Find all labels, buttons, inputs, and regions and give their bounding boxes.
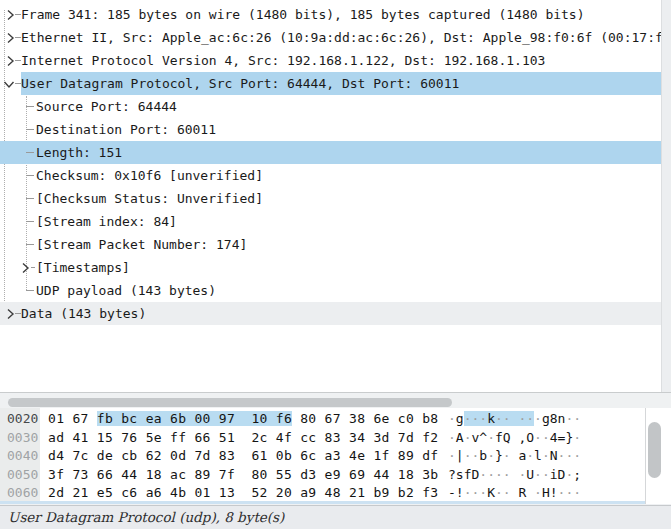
hex-byte[interactable]: 1f <box>373 448 389 463</box>
hex-byte[interactable]: 2d <box>48 485 64 500</box>
expand-chevron-icon[interactable] <box>6 32 15 44</box>
hex-row[interactable]: 0040d4 7c de cb 62 0d 7d 83 61 0b 6c a3 … <box>0 447 645 466</box>
hex-byte[interactable]: ad <box>48 430 64 445</box>
hex-byte[interactable]: 4b <box>170 485 186 500</box>
hex-byte[interactable]: 21 <box>72 485 88 500</box>
ascii-column[interactable]: ·A·v^·fQ ,O··4=}· <box>448 429 581 448</box>
hex-byte[interactable]: 00 <box>194 411 210 426</box>
hex-byte[interactable]: 4e <box>349 448 365 463</box>
hex-byte[interactable]: 3f <box>48 467 64 482</box>
hex-byte[interactable]: e9 <box>325 467 341 482</box>
hex-row[interactable]: 002001 67 fb bc ea 6b 00 97 10 f6 80 67 … <box>0 410 645 429</box>
hex-byte[interactable]: 7f <box>219 467 235 482</box>
hex-byte[interactable]: 18 <box>398 467 414 482</box>
hex-byte[interactable]: 52 <box>251 485 267 500</box>
hex-bytes[interactable]: 01 67 fb bc ea 6b 00 97 10 f6 80 67 38 6… <box>48 410 438 429</box>
tree-row[interactable]: User Datagram Protocol, Src Port: 64444,… <box>0 72 661 95</box>
hex-byte[interactable]: 48 <box>325 485 341 500</box>
hex-byte[interactable]: 21 <box>349 485 365 500</box>
ascii-column[interactable]: ·g···k·· ···g8n·· <box>448 410 581 429</box>
hex-byte[interactable]: 44 <box>121 467 137 482</box>
tree-row[interactable]: Source Port: 64444 <box>0 95 661 118</box>
tree-row[interactable]: [Timestamps] <box>0 256 661 279</box>
hex-byte[interactable]: 6b <box>170 411 186 426</box>
tree-row[interactable]: [Stream index: 84] <box>0 210 661 233</box>
hex-byte[interactable]: 83 <box>325 430 341 445</box>
hex-byte[interactable]: 3b <box>422 467 438 482</box>
hex-byte[interactable]: 69 <box>349 467 365 482</box>
hex-byte[interactable]: 97 <box>219 411 235 426</box>
hex-byte[interactable]: 20 <box>276 485 292 500</box>
hex-byte[interactable]: 76 <box>121 430 137 445</box>
hex-byte[interactable]: 55 <box>276 467 292 482</box>
packet-bytes-pane[interactable]: 002001 67 fb bc ea 6b 00 97 10 f6 80 67 … <box>0 408 671 504</box>
expand-chevron-icon[interactable] <box>6 9 15 21</box>
hex-byte[interactable]: 7d <box>398 430 414 445</box>
hex-byte[interactable]: 80 <box>251 467 267 482</box>
hex-byte[interactable]: cb <box>121 448 137 463</box>
hex-byte[interactable]: 89 <box>398 448 414 463</box>
hex-byte[interactable]: 61 <box>251 448 267 463</box>
hex-byte[interactable]: 13 <box>219 485 235 500</box>
hex-byte[interactable]: 44 <box>373 467 389 482</box>
hex-byte[interactable]: 66 <box>97 467 113 482</box>
hex-byte[interactable]: bc <box>121 411 137 426</box>
horizontal-scrollbar-thumb[interactable] <box>8 398 452 407</box>
hex-byte[interactable]: c0 <box>398 411 414 426</box>
hex-byte[interactable]: d4 <box>48 448 64 463</box>
hex-byte[interactable]: 7c <box>72 448 88 463</box>
ascii-column[interactable]: ·|··b·}· a·l·N··· <box>448 447 581 466</box>
hex-byte[interactable]: e5 <box>97 485 113 500</box>
hex-byte[interactable]: 2c <box>251 430 267 445</box>
hex-byte[interactable]: 67 <box>72 411 88 426</box>
hex-byte[interactable]: 6c <box>300 448 316 463</box>
hex-byte[interactable]: 7d <box>194 448 210 463</box>
hex-byte[interactable]: f2 <box>422 430 438 445</box>
hex-byte[interactable]: 18 <box>146 467 162 482</box>
expand-chevron-icon[interactable] <box>6 308 15 320</box>
hex-byte[interactable]: ac <box>170 467 186 482</box>
tree-row[interactable]: Internet Protocol Version 4, Src: 192.16… <box>0 49 661 72</box>
hex-byte[interactable]: 83 <box>219 448 235 463</box>
hex-byte[interactable]: b9 <box>373 485 389 500</box>
hex-byte[interactable]: 0d <box>170 448 186 463</box>
hex-byte[interactable]: cc <box>300 430 316 445</box>
expand-chevron-icon[interactable] <box>21 262 30 274</box>
hex-byte[interactable]: 6e <box>373 411 389 426</box>
hex-byte[interactable]: 62 <box>146 448 162 463</box>
tree-row[interactable]: Data (143 bytes) <box>0 302 661 325</box>
hex-byte[interactable]: 3d <box>373 430 389 445</box>
hex-byte[interactable]: 15 <box>97 430 113 445</box>
hex-byte[interactable]: 5e <box>146 430 162 445</box>
hex-bytes[interactable]: 3f 73 66 44 18 ac 89 7f 80 55 d3 e9 69 4… <box>48 466 438 485</box>
hex-byte[interactable]: 01 <box>48 411 64 426</box>
hex-byte[interactable]: de <box>97 448 113 463</box>
packet-details-pane[interactable]: Frame 341: 185 bytes on wire (1480 bits)… <box>0 0 671 393</box>
tree-row[interactable]: Destination Port: 60011 <box>0 118 661 141</box>
hex-byte[interactable]: 4f <box>276 430 292 445</box>
hex-byte[interactable]: 67 <box>325 411 341 426</box>
hex-byte[interactable]: 66 <box>194 430 210 445</box>
hex-byte[interactable]: 34 <box>349 430 365 445</box>
details-horizontal-scrollbar[interactable] <box>0 394 671 408</box>
tree-row[interactable]: Ethernet II, Src: Apple_ac:6c:26 (10:9a:… <box>0 26 661 49</box>
hex-byte[interactable]: fb <box>97 411 113 426</box>
tree-row[interactable]: Checksum: 0x10f6 [unverified] <box>0 164 661 187</box>
vertical-scrollbar-thumb[interactable] <box>648 422 661 478</box>
hex-byte[interactable]: 01 <box>194 485 210 500</box>
hex-byte[interactable]: 80 <box>300 411 316 426</box>
hex-bytes[interactable]: ad 41 15 76 5e ff 66 51 2c 4f cc 83 34 3… <box>48 429 438 448</box>
hex-byte[interactable]: a3 <box>325 448 341 463</box>
hex-byte[interactable]: f3 <box>422 485 438 500</box>
hex-byte[interactable]: f6 <box>276 411 292 426</box>
tree-row[interactable]: Frame 341: 185 bytes on wire (1480 bits)… <box>0 3 661 26</box>
hex-byte[interactable]: 10 <box>251 411 267 426</box>
collapse-chevron-icon[interactable] <box>3 80 15 89</box>
hex-byte[interactable]: b2 <box>398 485 414 500</box>
tree-row[interactable]: [Checksum Status: Unverified] <box>0 187 661 210</box>
hex-byte[interactable]: ff <box>170 430 186 445</box>
ascii-column[interactable]: ?sfD···· ·U··iD·; <box>448 466 581 485</box>
hex-byte[interactable]: 51 <box>219 430 235 445</box>
tree-row[interactable]: Length: 151 <box>0 141 661 164</box>
bytes-vertical-scrollbar[interactable] <box>645 408 671 504</box>
